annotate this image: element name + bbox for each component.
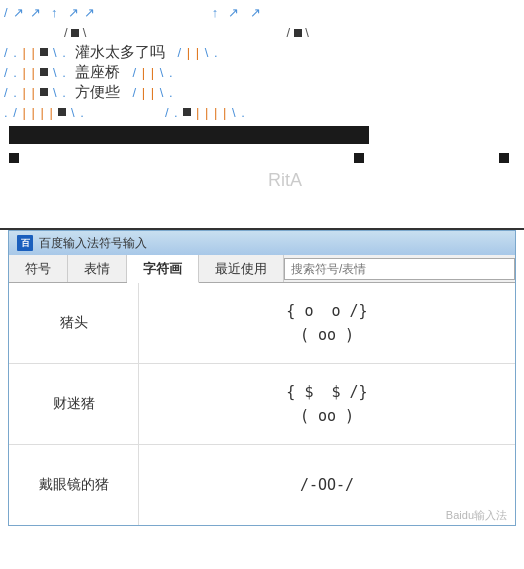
item-symbol-moneypig: { $ $ /}( oo ) [139, 370, 515, 438]
deco-end-4: \ . [155, 65, 173, 80]
cursor-row [4, 148, 514, 168]
deco-left-3: / . [4, 45, 18, 60]
deco-row-6: . / | | | | \ . / . | | | | \ . [4, 102, 520, 122]
deco-orange-right-6: | | | | [191, 105, 227, 120]
deco-orange-right-5: | | [142, 85, 155, 100]
ime-logo: 百 [17, 235, 33, 251]
deco-slash-5: \ . [48, 85, 66, 100]
deco-end-5: \ . [155, 85, 173, 100]
item-symbol-pighead: { o o /}( oo ) [139, 289, 515, 357]
cursor-mid [354, 153, 364, 163]
tab-kaomoji[interactable]: 字符画 [127, 255, 199, 283]
ime-table: 猪头 { o o /}( oo ) 财迷猪 { $ $ /}( oo ) 戴眼镜… [9, 283, 515, 525]
ime-tabs: 符号 表情 字符画 最近使用 [9, 255, 515, 283]
symbol-text-pighead: { o o /}( oo ) [286, 302, 367, 344]
editor-area: / ↗ ↗ ↑ ↗ ↗ ↑ ↗ ↗ / \ / \ / . | | \ . 灌水… [0, 0, 524, 230]
item-name-glasspig: 戴眼镜的猪 [9, 445, 139, 525]
text-line-4: 盖座桥 [75, 63, 120, 82]
black-bar [9, 126, 369, 144]
deco-slash-6: \ . [66, 105, 84, 120]
deco-left-1: / ↗ ↗ ↑ ↗ ↗ [4, 5, 193, 20]
deco-right-4: / [128, 65, 142, 80]
deco-right-5: / [128, 85, 142, 100]
deco-orange-3: | | [18, 45, 41, 60]
symbol-text-moneypig: { $ $ /}( oo ) [286, 383, 367, 425]
deco-left-4: / . [4, 65, 18, 80]
rita-text: RitA [268, 170, 302, 191]
table-row: 戴眼镜的猪 /-OO-/ [9, 445, 515, 525]
deco-square-6 [58, 108, 66, 116]
watermark: Baidu输入法 [446, 508, 507, 523]
deco-square-5 [40, 88, 48, 96]
deco-right-1: ↑ ↗ ↗ [193, 5, 261, 20]
tab-recent[interactable]: 最近使用 [199, 255, 284, 282]
deco-orange-6: | | | | [22, 105, 58, 120]
text-line-5: 方便些 [75, 83, 120, 102]
deco-row-4: / . | | \ . 盖座桥 / | | \ . [4, 62, 520, 82]
deco-row-3: / . | | \ . 灌水太多了吗 / | | \ . [4, 42, 520, 62]
deco-orange-5: | | [18, 85, 41, 100]
deco-right-6: / . [165, 105, 183, 120]
deco-row-5: / . | | \ . 方便些 / | | \ . [4, 82, 520, 102]
item-symbol-glasspig: /-OO-/ [139, 463, 515, 507]
cursor-right [499, 153, 509, 163]
deco-right-3: / [173, 45, 187, 60]
deco-square-4 [40, 68, 48, 76]
item-name-moneypig: 财迷猪 [9, 364, 139, 444]
deco-square-3 [40, 48, 48, 56]
tab-symbol[interactable]: 符号 [9, 255, 68, 282]
deco-slash-4: \ . [48, 65, 66, 80]
deco-slash-left: / \ [64, 25, 86, 40]
table-row: 财迷猪 { $ $ /}( oo ) [9, 364, 515, 445]
tab-search-area[interactable] [284, 255, 515, 282]
watermark-text: Baidu输入法 [446, 509, 507, 521]
deco-slash-right: / \ [286, 25, 308, 40]
deco-orange-right-3: | | [187, 45, 200, 60]
text-line-3: 灌水太多了吗 [75, 43, 165, 62]
deco-end-6: \ . [227, 105, 245, 120]
table-row: 猪头 { o o /}( oo ) [9, 283, 515, 364]
deco-row-1: / ↗ ↗ ↑ ↗ ↗ ↑ ↗ ↗ [4, 2, 520, 22]
ime-header: 百 百度输入法符号输入 [9, 231, 515, 255]
deco-orange-right-4: | | [142, 65, 155, 80]
tab-emotion[interactable]: 表情 [68, 255, 127, 282]
cursor-left [9, 153, 19, 163]
item-name-pighead: 猪头 [9, 283, 139, 363]
deco-orange-4: | | [18, 65, 41, 80]
deco-end-3: \ . [200, 45, 218, 60]
ime-title: 百度输入法符号输入 [39, 235, 147, 252]
symbol-text-glasspig: /-OO-/ [300, 476, 354, 494]
deco-left-6: . / [4, 105, 22, 120]
deco-square-right-6 [183, 108, 191, 116]
ime-panel: 百 百度输入法符号输入 符号 表情 字符画 最近使用 猪头 { o o /}( … [8, 230, 516, 526]
deco-slash-3: \ . [48, 45, 66, 60]
search-input[interactable] [284, 258, 515, 280]
deco-row-2: / \ / \ [4, 22, 520, 42]
deco-left-5: / . [4, 85, 18, 100]
